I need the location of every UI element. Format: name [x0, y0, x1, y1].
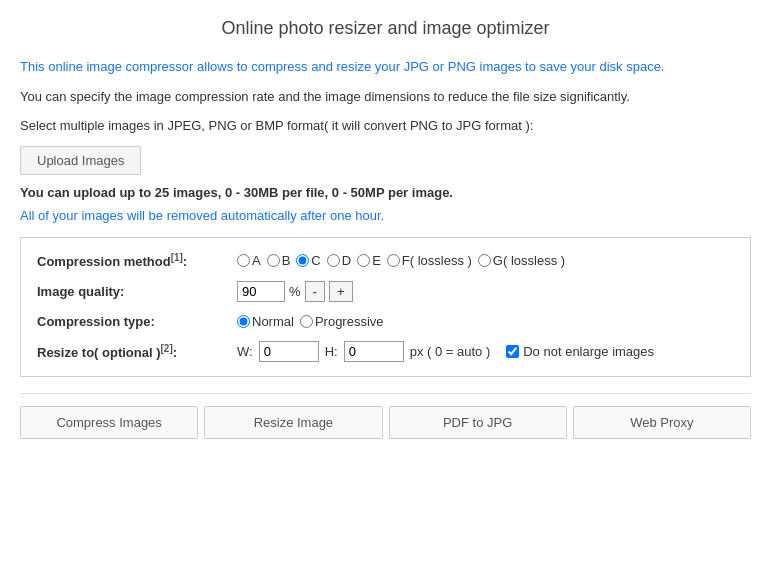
upload-info-blue: All of your images will be removed autom… [20, 208, 751, 223]
settings-box: Compression method[1]: A B C D E [20, 237, 751, 377]
compression-type-normal[interactable]: Normal [237, 314, 294, 329]
quality-input[interactable] [237, 281, 285, 302]
resize-h-input[interactable] [344, 341, 404, 362]
quality-controls: % - + [237, 281, 353, 302]
compression-type-options: Normal Progressive [237, 314, 384, 329]
compress-images-button[interactable]: Compress Images [20, 406, 198, 439]
compression-option-d[interactable]: D [327, 253, 351, 268]
resize-image-button[interactable]: Resize Image [204, 406, 382, 439]
compression-type-progressive[interactable]: Progressive [300, 314, 384, 329]
upload-images-button[interactable]: Upload Images [20, 146, 141, 175]
compression-type-label: Compression type: [37, 314, 237, 329]
quality-decrease-button[interactable]: - [305, 281, 325, 302]
description-line1: This online image compressor allows to c… [20, 57, 751, 77]
image-quality-row: Image quality: % - + [37, 281, 734, 302]
compression-option-e[interactable]: E [357, 253, 381, 268]
resize-row: Resize to( optional )[2]: W: H: px ( 0 =… [37, 341, 734, 362]
compression-option-g[interactable]: G( lossless ) [478, 253, 565, 268]
do-not-enlarge-checkbox[interactable]: Do not enlarge images [506, 344, 654, 359]
resize-controls: W: H: px ( 0 = auto ) Do not enlarge ima… [237, 341, 654, 362]
do-not-enlarge-label: Do not enlarge images [523, 344, 654, 359]
web-proxy-button[interactable]: Web Proxy [573, 406, 751, 439]
compression-option-c[interactable]: C [296, 253, 320, 268]
compression-type-row: Compression type: Normal Progressive [37, 314, 734, 329]
compression-method-row: Compression method[1]: A B C D E [37, 252, 734, 269]
pdf-to-jpg-button[interactable]: PDF to JPG [389, 406, 567, 439]
resize-h-label: H: [325, 344, 338, 359]
description-line3: Select multiple images in JPEG, PNG or B… [20, 116, 751, 136]
image-quality-label: Image quality: [37, 284, 237, 299]
quality-increase-button[interactable]: + [329, 281, 353, 302]
quality-unit: % [289, 284, 301, 299]
compression-option-a[interactable]: A [237, 253, 261, 268]
resize-w-input[interactable] [259, 341, 319, 362]
compression-method-options: A B C D E F( lossless ) G( [237, 253, 565, 268]
resize-unit: px ( 0 = auto ) [410, 344, 491, 359]
description-line2: You can specify the image compression ra… [20, 87, 751, 107]
compression-option-b[interactable]: B [267, 253, 291, 268]
action-buttons: Compress Images Resize Image PDF to JPG … [20, 393, 751, 439]
resize-label: Resize to( optional )[2]: [37, 343, 237, 360]
page-title: Online photo resizer and image optimizer [20, 18, 751, 39]
compression-method-label: Compression method[1]: [37, 252, 237, 269]
compression-option-f[interactable]: F( lossless ) [387, 253, 472, 268]
upload-info-bold: You can upload up to 25 images, 0 - 30MB… [20, 185, 751, 200]
resize-w-label: W: [237, 344, 253, 359]
